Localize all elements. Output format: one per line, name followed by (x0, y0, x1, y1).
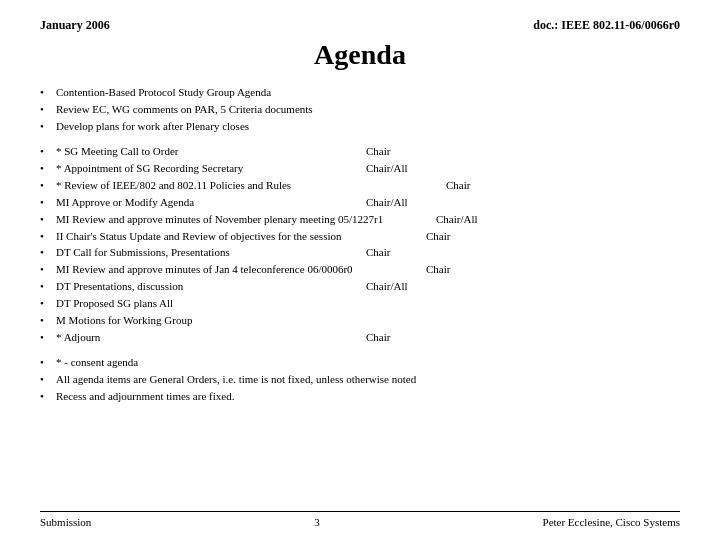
bullet-dot: • (40, 355, 56, 368)
agenda-item-text: * Appointment of SG Recording Secretary (56, 161, 366, 177)
bullet-text: * - consent agenda (56, 355, 680, 371)
agenda-item-text: DT Proposed SG plans All (56, 296, 680, 312)
list-item: • All agenda items are General Orders, i… (40, 372, 680, 388)
bullet-dot: • (40, 372, 56, 385)
agenda-item-role2 (486, 262, 680, 278)
list-item: • DT Call for Submissions, Presentations… (40, 245, 680, 261)
agenda-item-text: * Adjourn (56, 330, 366, 346)
agenda-item-text: * Review of IEEE/802 and 802.11 Policies… (56, 178, 366, 194)
footer: Submission 3 Peter Ecclesine, Cisco Syst… (40, 511, 680, 528)
agenda-item-role1: Chair/All (366, 279, 446, 295)
list-item: • * - consent agenda (40, 355, 680, 371)
bullet-group-1: • Contention-Based Protocol Study Group … (40, 85, 680, 136)
bullet-text: Review EC, WG comments on PAR, 5 Criteri… (56, 102, 680, 118)
header-left: January 2006 (40, 18, 110, 33)
bullet-dot: • (40, 102, 56, 115)
agenda-item-text: II Chair's Status Update and Review of o… (56, 229, 426, 245)
agenda-item-role2 (446, 195, 680, 211)
footer-author: Peter Ecclesine, Cisco Systems (543, 516, 680, 528)
agenda-item-role1: Chair (366, 144, 446, 160)
agenda-item-role1: Chair/All (366, 161, 446, 177)
bullet-dot: • (40, 119, 56, 132)
bullet-dot: • (40, 85, 56, 98)
agenda-item-text: * SG Meeting Call to Order (56, 144, 366, 160)
bullet-group-3: • * - consent agenda • All agenda items … (40, 355, 680, 406)
list-item: • MI Approve or Modify Agenda Chair/All (40, 195, 680, 211)
agenda-item-role1: Chair (366, 330, 446, 346)
agenda-item-role1: Chair (426, 262, 486, 278)
header: January 2006 doc.: IEEE 802.11-06/0066r0 (40, 18, 680, 33)
list-item: • MI Review and approve minutes of Jan 4… (40, 262, 680, 278)
bullet-group-2: • * SG Meeting Call to Order Chair • * A… (40, 144, 680, 347)
agenda-item-text: MI Approve or Modify Agenda (56, 195, 366, 211)
list-item: • Develop plans for work after Plenary c… (40, 119, 680, 135)
agenda-item-role1: Chair (366, 245, 446, 261)
list-item: • M Motions for Working Group (40, 313, 680, 329)
agenda-item-text: DT Call for Submissions, Presentations (56, 245, 366, 261)
bullet-text: Develop plans for work after Plenary clo… (56, 119, 680, 135)
agenda-item-role2: Chair/All (436, 212, 680, 228)
list-item: • Contention-Based Protocol Study Group … (40, 85, 680, 101)
agenda-item-role2: Chair (446, 178, 680, 194)
footer-submission: Submission (40, 516, 91, 528)
agenda-item-role2 (446, 330, 680, 346)
agenda-item-role1 (366, 178, 446, 194)
bullet-text: Recess and adjournment times are fixed. (56, 389, 680, 405)
agenda-item-role2 (446, 161, 680, 177)
content-section: • Contention-Based Protocol Study Group … (40, 85, 680, 511)
list-item: • DT Proposed SG plans All (40, 296, 680, 312)
list-item: • Recess and adjournment times are fixed… (40, 389, 680, 405)
agenda-item-text: MI Review and approve minutes of Novembe… (56, 212, 436, 228)
bullet-text: All agenda items are General Orders, i.e… (56, 372, 680, 388)
page-title: Agenda (314, 39, 406, 70)
list-item: • Review EC, WG comments on PAR, 5 Crite… (40, 102, 680, 118)
list-item: • * Review of IEEE/802 and 802.11 Polici… (40, 178, 680, 194)
list-item: • II Chair's Status Update and Review of… (40, 229, 680, 245)
agenda-item-text: M Motions for Working Group (56, 313, 680, 329)
footer-page-number: 3 (314, 516, 320, 528)
agenda-item-text: DT Presentations, discussion (56, 279, 366, 295)
list-item: • * SG Meeting Call to Order Chair (40, 144, 680, 160)
list-item: • * Adjourn Chair (40, 330, 680, 346)
list-item: • * Appointment of SG Recording Secretar… (40, 161, 680, 177)
agenda-item-role2 (446, 144, 680, 160)
page-container: January 2006 doc.: IEEE 802.11-06/0066r0… (0, 0, 720, 540)
bullet-dot: • (40, 389, 56, 402)
agenda-item-role1: Chair (426, 229, 486, 245)
list-item: • MI Review and approve minutes of Novem… (40, 212, 680, 228)
header-right: doc.: IEEE 802.11-06/0066r0 (533, 18, 680, 33)
agenda-item-role2 (446, 279, 680, 295)
agenda-item-text: MI Review and approve minutes of Jan 4 t… (56, 262, 426, 278)
bullet-text: Contention-Based Protocol Study Group Ag… (56, 85, 680, 101)
agenda-item-role2 (486, 229, 680, 245)
title-section: Agenda (40, 39, 680, 71)
list-item: • DT Presentations, discussion Chair/All (40, 279, 680, 295)
agenda-item-role2 (446, 245, 680, 261)
agenda-item-role1: Chair/All (366, 195, 446, 211)
